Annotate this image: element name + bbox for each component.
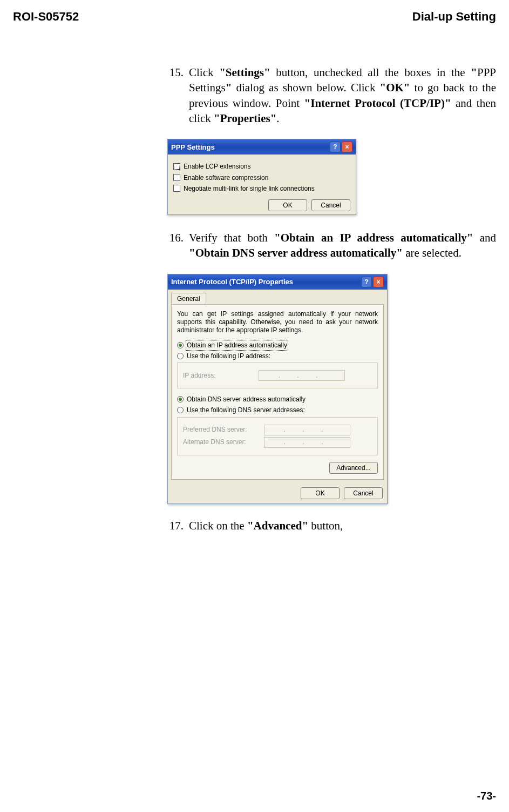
radio-label: Obtain an IP address automatically <box>187 341 287 350</box>
titlebar: Internet Protocol (TCP/IP) Properties ? … <box>168 274 387 290</box>
text: are selected. <box>403 246 462 259</box>
radio-obtain-ip-auto[interactable] <box>177 342 184 348</box>
close-button[interactable]: × <box>342 142 352 152</box>
checkbox-label: Enable LCP extensions <box>184 162 251 171</box>
step-number: 17. <box>167 518 189 533</box>
step-15: 15. Click "Settings" button, unchecked a… <box>167 65 496 126</box>
checkbox-label: Negotiate multi-link for single link con… <box>184 184 315 193</box>
radio-label: Use the following IP address: <box>187 352 270 360</box>
step-number: 16. <box>167 230 189 261</box>
bold: " <box>226 81 232 94</box>
bold: "OK" <box>380 81 410 94</box>
bold: " <box>471 66 477 79</box>
text: button, <box>308 519 343 532</box>
text: button, unchecked all the boxes in the <box>270 66 471 79</box>
tcpip-properties-dialog: Internet Protocol (TCP/IP) Properties ? … <box>167 274 388 504</box>
step-text: Click "Settings" button, unchecked all t… <box>189 65 496 126</box>
text: Click <box>189 66 219 79</box>
help-button[interactable]: ? <box>330 142 341 152</box>
ip-group: IP address:. . . <box>177 363 378 388</box>
ok-button[interactable]: OK <box>268 199 307 211</box>
alternate-dns-field: . . . <box>264 437 350 448</box>
step-number: 15. <box>167 65 189 126</box>
text: . <box>276 112 279 125</box>
section-title: Dial-up Setting <box>412 10 496 24</box>
titlebar: PPP Settings ? × <box>168 139 356 155</box>
dialog-title: Internet Protocol (TCP/IP) Properties <box>171 277 293 287</box>
text: Click on the <box>189 519 247 532</box>
page-number: -73- <box>477 790 496 802</box>
checkbox-multilink[interactable] <box>173 185 180 192</box>
bold: "Obtain an IP address automatically" <box>274 231 473 244</box>
step-text: Click on the "Advanced" button, <box>189 518 496 533</box>
text: Verify that both <box>189 231 274 244</box>
checkbox-lcp[interactable] <box>173 163 180 170</box>
bold: "Properties" <box>214 112 276 125</box>
step-16: 16. Verify that both "Obtain an IP addre… <box>167 230 496 261</box>
preferred-dns-label: Preferred DNS server: <box>183 425 264 434</box>
cancel-button[interactable]: Cancel <box>311 199 350 211</box>
dns-group: Preferred DNS server:. . . Alternate DNS… <box>177 417 378 455</box>
checkbox-compression[interactable] <box>173 174 180 181</box>
alternate-dns-label: Alternate DNS server: <box>183 438 264 446</box>
dialog-title: PPP Settings <box>171 143 215 152</box>
bold: "Advanced" <box>247 519 308 532</box>
ip-address-label: IP address: <box>183 371 259 380</box>
text: dialog as shown below. Click <box>232 81 379 94</box>
cancel-button[interactable]: Cancel <box>344 487 383 499</box>
text: and <box>473 231 496 244</box>
step-17: 17. Click on the "Advanced" button, <box>167 518 496 533</box>
help-button[interactable]: ? <box>361 277 372 287</box>
bold: "Settings" <box>219 66 270 79</box>
bold: "Obtain DNS server address automatically… <box>189 246 403 259</box>
ok-button[interactable]: OK <box>301 487 340 499</box>
step-text: Verify that both "Obtain an IP address a… <box>189 230 496 261</box>
radio-use-ip[interactable] <box>177 353 184 359</box>
tab-general[interactable]: General <box>171 293 206 304</box>
close-button[interactable]: × <box>373 277 384 287</box>
ppp-settings-dialog: PPP Settings ? × Enable LCP extensions E… <box>167 139 356 215</box>
doc-id: ROI-S05752 <box>13 10 79 24</box>
radio-use-dns[interactable] <box>177 407 184 413</box>
radio-obtain-dns-auto[interactable] <box>177 396 184 402</box>
dialog-description: You can get IP settings assigned automat… <box>177 310 378 334</box>
preferred-dns-field: . . . <box>264 425 350 435</box>
radio-label: Obtain DNS server address automatically <box>187 395 306 404</box>
bold: "Internet Protocol (TCP/IP)" <box>304 97 451 110</box>
checkbox-label: Enable software compression <box>184 173 268 182</box>
radio-label: Use the following DNS server addresses: <box>187 406 305 414</box>
ip-address-field: . . . <box>259 370 345 381</box>
advanced-button[interactable]: Advanced... <box>329 462 378 474</box>
